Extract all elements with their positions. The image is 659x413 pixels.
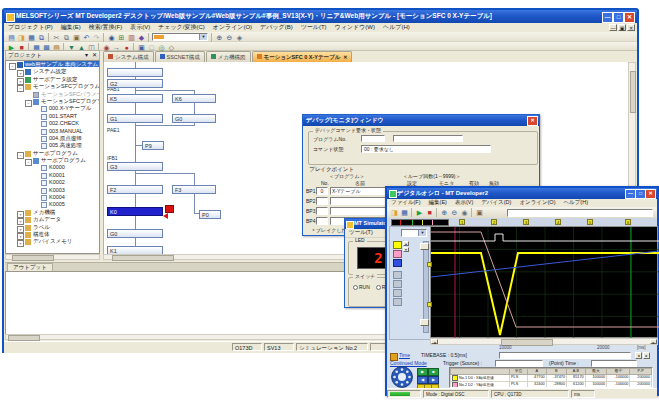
menu-item[interactable]: オンライン(O): [209, 23, 256, 31]
simulator-menu-tool[interactable]: ツール(T): [345, 229, 377, 237]
waveform-plot[interactable]: [430, 226, 658, 338]
probe-row[interactable]: No.1 D0 : X軸現在値PLS47700-3747085170100000…: [451, 375, 652, 382]
monitor-icon[interactable]: ◆: [137, 33, 146, 42]
plot-hscrollbar[interactable]: ◂ ▸: [430, 338, 658, 345]
cursor-icon[interactable]: ◉: [460, 208, 469, 217]
channel-spin-up[interactable]: ▲: [403, 241, 409, 246]
waveform-flag-marker[interactable]: 4: [555, 219, 561, 225]
mdi-restore-button[interactable]: ▣: [618, 24, 626, 31]
save-icon[interactable]: ▦: [27, 33, 36, 42]
osc-slider-handle-2[interactable]: [420, 319, 429, 326]
menu-item[interactable]: ツール(T): [297, 23, 331, 31]
dialog-close-icon[interactable]: ✕: [527, 116, 538, 126]
channel-spin-down[interactable]: ▼: [403, 247, 409, 252]
menu-item[interactable]: 検索/置換(F): [85, 23, 126, 31]
zoom-in-icon[interactable]: ⊕: [215, 33, 224, 42]
copy-icon[interactable]: ⧉: [62, 33, 71, 42]
menu-item[interactable]: ヘルプ(H): [379, 23, 414, 31]
trigger-source-field[interactable]: [495, 360, 543, 367]
tree-item[interactable]: ＋デバイスメモリ: [7, 239, 98, 246]
osc-hold-button[interactable]: ■: [428, 368, 439, 376]
close-button[interactable]: ✕: [624, 12, 635, 23]
channel-swatch-gray-2[interactable]: [393, 280, 402, 288]
mdi-close-button[interactable]: ✕: [627, 24, 635, 31]
cut-icon[interactable]: ✂: [52, 33, 61, 42]
check-icon[interactable]: ⊞: [117, 33, 126, 42]
menu-item[interactable]: ヘルプ(H): [559, 199, 592, 207]
sfc-step[interactable]: G2: [107, 79, 163, 88]
panel-close-icon[interactable]: ✕: [92, 52, 97, 58]
channel-swatch-blue[interactable]: [393, 259, 402, 267]
stop-icon[interactable]: ■: [425, 208, 434, 217]
cursor-left-button[interactable]: ◀: [417, 376, 428, 384]
menu-item[interactable]: デバイス(D): [477, 199, 515, 207]
save-icon[interactable]: ▦: [400, 208, 409, 217]
maximize-button[interactable]: □: [613, 12, 624, 23]
waveform-flag-marker[interactable]: 1: [459, 219, 465, 225]
sfc-step[interactable]: G0: [107, 229, 163, 238]
tree-item[interactable]: ＋ラベル: [7, 225, 98, 232]
scroll-right-icon[interactable]: ▸: [650, 339, 657, 344]
minimize-button[interactable]: ―: [602, 12, 613, 23]
point-time-field[interactable]: [591, 360, 637, 367]
open-icon[interactable]: ◨: [17, 33, 26, 42]
new-icon[interactable]: ▤: [7, 33, 16, 42]
sfc-step[interactable]: [107, 68, 163, 77]
zoom-out-icon[interactable]: ⊖: [450, 208, 459, 217]
plot-edge-marker-1[interactable]: [427, 262, 432, 267]
save-all-icon[interactable]: ⧉: [37, 33, 46, 42]
open-icon[interactable]: ◨: [390, 208, 399, 217]
sfc-step[interactable]: F3: [172, 185, 216, 194]
menu-item[interactable]: ファイル(F): [387, 199, 425, 207]
chevron-down-icon[interactable]: ▼: [199, 34, 207, 40]
sfc-step[interactable]: K1: [107, 246, 163, 254]
menu-item[interactable]: 編集(E): [425, 199, 451, 207]
menu-item[interactable]: 表示(V): [451, 199, 477, 207]
sfc-step[interactable]: G1: [107, 114, 163, 123]
time-scroll-left-icon[interactable]: ◂: [635, 352, 642, 359]
redo-icon[interactable]: ↷: [92, 33, 101, 42]
menu-item[interactable]: オンライン(O): [515, 199, 559, 207]
tree-expander-icon[interactable]: ＋: [17, 240, 24, 247]
jog-dial[interactable]: [391, 366, 413, 388]
bp-no-field[interactable]: [316, 197, 328, 205]
menu-item[interactable]: プロジェクト(P): [4, 23, 57, 31]
find-icon[interactable]: ◉: [107, 33, 116, 42]
mdi-minimize-button[interactable]: ―: [609, 24, 617, 31]
menu-item[interactable]: デバッグ(B): [256, 23, 297, 31]
sfc-step[interactable]: G3: [107, 162, 163, 171]
zoom-out-icon[interactable]: ⊖: [225, 33, 234, 42]
waveform-flag-marker[interactable]: 3: [523, 219, 529, 225]
time-field[interactable]: [499, 352, 631, 359]
osc-toolbar-field[interactable]: [507, 209, 653, 217]
paste-icon[interactable]: ▣: [72, 33, 81, 42]
sfc-step[interactable]: F2: [107, 185, 163, 194]
convert-icon[interactable]: ▥: [127, 33, 136, 42]
sfc-step[interactable]: P9: [142, 141, 164, 150]
toolbar-combo[interactable]: ▼: [152, 33, 208, 41]
sfc-step[interactable]: K6: [172, 94, 216, 103]
waveform-flag-marker[interactable]: 6: [625, 219, 631, 225]
channel-swatch-gray-4[interactable]: [393, 298, 402, 306]
bp-no-field[interactable]: 0: [316, 187, 328, 195]
osc-scale-combo[interactable]: ▼: [401, 229, 427, 237]
sfc-step-selected[interactable]: K0: [107, 207, 163, 216]
zoom-in-icon[interactable]: ⊕: [440, 208, 449, 217]
menu-item[interactable]: チェック/変換(C): [154, 23, 209, 31]
menu-item[interactable]: 表示(V): [126, 23, 154, 31]
switch-option[interactable]: RUN: [353, 285, 370, 291]
bp-no-field[interactable]: [316, 217, 328, 225]
menu-item[interactable]: 編集(E): [57, 23, 85, 31]
undo-icon[interactable]: ↶: [82, 33, 91, 42]
bp-no-field[interactable]: [316, 207, 328, 215]
pin-icon[interactable]: ▾: [85, 52, 88, 58]
setup-icon[interactable]: ▣: [475, 208, 484, 217]
tree-item[interactable]: ＋カムデータ: [7, 217, 98, 224]
osc-run-button[interactable]: ▶: [417, 368, 428, 376]
sfc-step[interactable]: K5: [107, 94, 163, 103]
scroll-left-icon[interactable]: ◂: [431, 339, 438, 344]
pan-icon[interactable]: ◈: [235, 33, 244, 42]
cursor-right-button[interactable]: ▶: [428, 376, 439, 384]
time-link[interactable]: Time: [399, 353, 410, 358]
channel-swatch-gray-1[interactable]: [393, 271, 402, 279]
